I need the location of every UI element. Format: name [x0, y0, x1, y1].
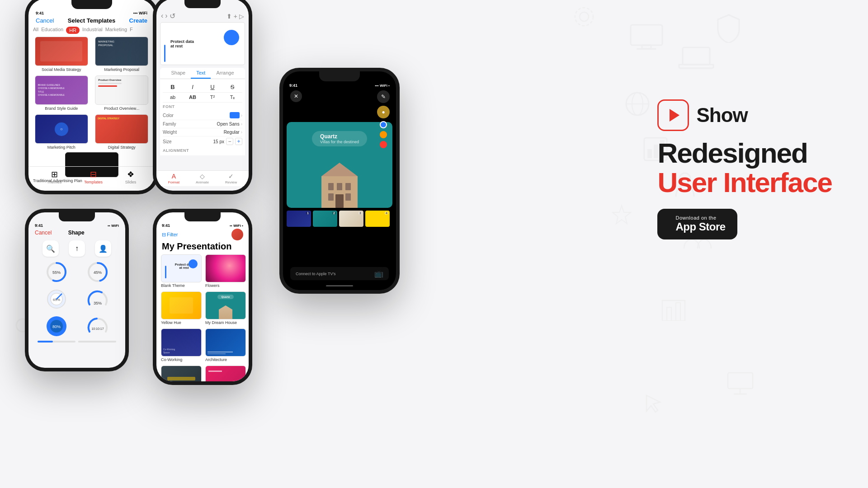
- phone1-screen: 9:41 ▪▪▪ WiFi Cancel Select Templates Cr…: [28, 0, 155, 191]
- bold-button[interactable]: B: [167, 84, 178, 90]
- pres-item-flowers[interactable]: Flowers: [205, 254, 246, 288]
- tab-shape[interactable]: Shape: [165, 68, 191, 79]
- strikethrough-button[interactable]: S: [227, 84, 238, 90]
- share-icon[interactable]: ⬆: [226, 13, 232, 20]
- pres-thumb-cowork: Co-WorkingSpace: [161, 328, 202, 357]
- font-weight-row[interactable]: Weight Regular ›: [163, 128, 242, 136]
- svg-rect-17: [662, 300, 685, 321]
- color-btn-blue[interactable]: [380, 121, 387, 128]
- font-color-row[interactable]: Color ›: [163, 111, 242, 120]
- add-icon[interactable]: +: [234, 13, 237, 20]
- phone3-cancel[interactable]: Cancel: [35, 230, 52, 236]
- color-btn-red[interactable]: [380, 141, 387, 148]
- pres-item-plank[interactable]: plank Theme: [161, 366, 202, 381]
- footer-slides[interactable]: ❖ Slides: [125, 169, 137, 184]
- uppercase-button[interactable]: AB: [187, 94, 198, 100]
- phone3-time: 9:41: [35, 223, 43, 228]
- pres-tool-marker[interactable]: ●: [377, 106, 390, 118]
- template-item-marketing-prop[interactable]: MARKETINGPROPOSAL Marketing Proposal: [94, 37, 151, 72]
- cowork-inner: Co-WorkingSpace: [161, 329, 201, 356]
- phone5-screen: 9:41 ▪▪▪ WiFi ▪ ✕ ✎ ● Quartz Villas for …: [283, 71, 396, 290]
- svg-rect-18: [667, 307, 671, 321]
- footer-animate[interactable]: ◇ Animate: [196, 173, 209, 184]
- svg-rect-8: [647, 149, 652, 158]
- footer-format[interactable]: A Format: [168, 173, 179, 184]
- footer-review[interactable]: ✓ Review: [225, 173, 237, 184]
- pres-label-yellow: Yellow Hue: [161, 320, 202, 325]
- gauge-svg-1: 55%: [45, 260, 68, 284]
- subscript-button[interactable]: T₂: [227, 94, 238, 100]
- user-avatar[interactable]: [231, 229, 243, 240]
- template-item-brand[interactable]: BRAND GUIDELINESCHOOSE A MEMORABLETITLEC…: [33, 75, 90, 111]
- size-minus-button[interactable]: −: [226, 138, 233, 145]
- building-container: [310, 158, 369, 208]
- phone1-create-button[interactable]: Create: [129, 17, 147, 24]
- footer-themes[interactable]: ⊞ Themes: [47, 169, 62, 184]
- app-store-button[interactable]: Download on the App Store: [657, 209, 737, 239]
- superscript-button[interactable]: T²: [207, 94, 218, 100]
- pres-item-arch[interactable]: Architecture: [205, 328, 246, 362]
- weight-chevron: ›: [241, 130, 242, 135]
- template-item-digital[interactable]: DIGITAL STRATEGY Digital Strategy: [94, 114, 151, 150]
- connect-text: Connect to Apple TV's: [296, 272, 336, 276]
- phone5-time: 9:41: [289, 83, 297, 88]
- svg-rect-0: [631, 25, 662, 45]
- slide-thumb-2[interactable]: 2: [313, 211, 337, 227]
- tab-arrange[interactable]: Arrange: [211, 68, 239, 79]
- tab-marketing[interactable]: Marketing: [105, 27, 127, 34]
- font-family-row[interactable]: Family Open Sans ›: [163, 120, 242, 128]
- gauge-svg-6: 10:10:17: [86, 314, 109, 338]
- slider-track-2[interactable]: [78, 341, 116, 343]
- slide-thumb-1[interactable]: 1: [287, 211, 311, 227]
- tab-industrial[interactable]: Industrial: [82, 27, 103, 34]
- show-icon-box: [657, 99, 689, 131]
- slide-thumb-4[interactable]: 4: [365, 211, 390, 227]
- italic-button[interactable]: I: [187, 84, 198, 90]
- pres-thumb-arch: [205, 328, 246, 357]
- size-plus-button[interactable]: +: [235, 138, 242, 145]
- lowercase-button[interactable]: ab: [167, 94, 178, 100]
- phone-text-editor: ‹ › ↺ ⬆ + ▷ Protect data at rest Shape T…: [153, 0, 252, 194]
- footer-templates[interactable]: ⊟ Templates: [84, 169, 103, 184]
- connect-bar[interactable]: Connect to Apple TV's 📺: [290, 267, 389, 280]
- slide-thumb-3[interactable]: 3: [339, 211, 363, 227]
- main-slide: Quartz Villas for the destined: [287, 122, 392, 208]
- pres-tool-pencil[interactable]: ✎: [377, 90, 390, 103]
- svg-rect-45: [337, 183, 342, 190]
- font-section-label: FONT: [163, 104, 242, 109]
- play-icon[interactable]: ▷: [239, 13, 244, 20]
- tool-person[interactable]: 👤: [95, 240, 111, 257]
- tool-upload[interactable]: ↑: [69, 240, 85, 257]
- tab-all[interactable]: All: [33, 27, 38, 34]
- refresh-icon[interactable]: ↺: [170, 12, 175, 20]
- phone1-cancel-button[interactable]: Cancel: [36, 17, 54, 24]
- tool-search[interactable]: 🔍: [42, 240, 59, 257]
- template-item-social[interactable]: Social Media Strategy: [33, 37, 90, 72]
- pres-item-cowork[interactable]: Co-WorkingSpace Co-Working: [161, 328, 202, 362]
- tab-education[interactable]: Education: [41, 27, 63, 34]
- color-btn-orange[interactable]: [380, 131, 387, 138]
- filter-icon: ⊟: [162, 232, 166, 238]
- presentation-close-button[interactable]: ✕: [290, 90, 302, 102]
- slider-fill-1: [38, 341, 53, 343]
- tab-text[interactable]: Text: [191, 68, 211, 79]
- underline-button[interactable]: U: [207, 84, 218, 90]
- tab-hr[interactable]: HR: [66, 27, 80, 34]
- pres-item-extra[interactable]: [205, 366, 246, 381]
- template-thumb-marketing-prop: MARKETINGPROPOSAL: [95, 37, 148, 66]
- slider-track-1[interactable]: [38, 341, 75, 343]
- pres-item-yellow[interactable]: Yellow Hue: [161, 291, 202, 325]
- phone2-toolbar: ‹ › ↺ ⬆ + ▷: [156, 8, 249, 20]
- font-size-row[interactable]: Size 15 px − +: [163, 136, 242, 146]
- filter-label: Filter: [167, 232, 178, 237]
- pres-item-blank[interactable]: Protect dataat rest Blank Theme: [161, 254, 202, 288]
- filter-button[interactable]: ⊟ Filter: [162, 232, 178, 238]
- back-icon[interactable]: ‹: [161, 12, 163, 20]
- pres-thumb-house: Quartz: [205, 291, 246, 319]
- pres-item-house[interactable]: Quartz My Dream House: [205, 291, 246, 325]
- phone1-wifi-icon: WiFi: [139, 11, 147, 15]
- template-item-product[interactable]: Product Overview Product Overview...: [94, 75, 151, 111]
- forward-icon[interactable]: ›: [165, 12, 167, 20]
- svg-rect-3: [683, 47, 710, 65]
- template-item-pitch[interactable]: ○ Marketing Pitch: [33, 114, 90, 150]
